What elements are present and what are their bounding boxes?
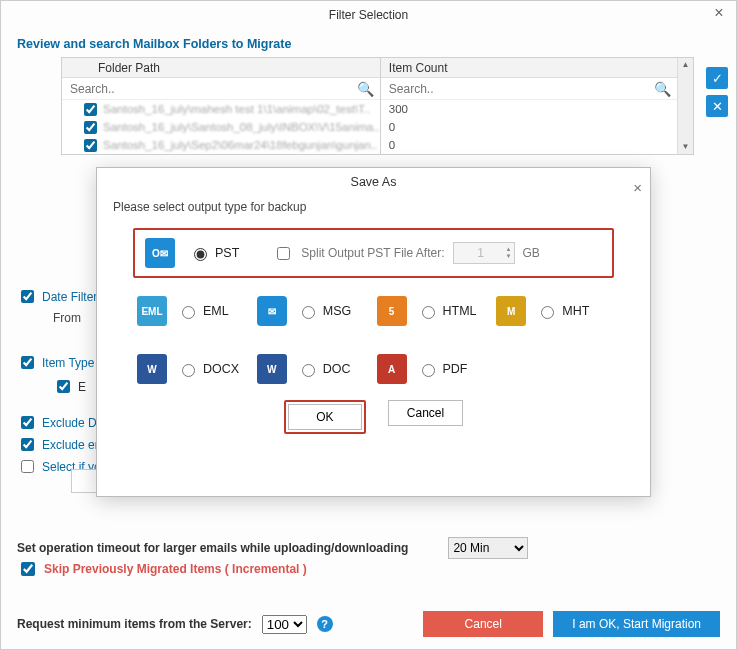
table-row[interactable]: Santosh_16_july\Sep2\06mar24\18febgunjan…: [62, 136, 380, 154]
dialog-close-icon[interactable]: ×: [633, 174, 642, 202]
msg-icon: ✉: [257, 296, 287, 326]
window-title: Filter Selection: [329, 8, 408, 22]
dialog-title: Save As: [351, 175, 397, 189]
help-icon[interactable]: ?: [317, 616, 333, 632]
format-mht-radio[interactable]: MHT: [536, 303, 589, 319]
format-html-radio[interactable]: HTML: [417, 303, 477, 319]
timeout-select[interactable]: 20 Min: [448, 537, 528, 559]
format-pdf-radio[interactable]: PDF: [417, 361, 468, 377]
gb-label: GB: [523, 246, 540, 260]
eml-icon: EML: [137, 296, 167, 326]
skip-migrated-checkbox[interactable]: Skip Previously Migrated Items ( Increme…: [17, 559, 307, 579]
select-all-icon[interactable]: ✓: [706, 67, 728, 89]
folder-table: Folder Path 🔍 Santosh_16_july\mahesh tes…: [61, 57, 694, 155]
row-checkbox[interactable]: [84, 121, 97, 134]
exclude-deleted-checkbox[interactable]: Exclude De: [17, 413, 103, 432]
search-folder-input[interactable]: [68, 81, 357, 97]
exclude-empty-checkbox[interactable]: Exclude em: [17, 435, 105, 454]
table-row[interactable]: Santosh_16_july\Santosh_08_july\INBOX\V\…: [62, 118, 380, 136]
table-row[interactable]: Santosh_16_july\mahesh test 1\1\animap\0…: [62, 100, 380, 118]
docx-icon: W: [137, 354, 167, 384]
date-filter-checkbox[interactable]: Date Filter: [17, 287, 97, 306]
ok-button[interactable]: OK: [288, 404, 362, 430]
from-label: From: [53, 311, 81, 325]
column-item-count[interactable]: Item Count: [381, 58, 677, 78]
ok-highlight: OK: [284, 400, 366, 434]
format-eml-radio[interactable]: EML: [177, 303, 229, 319]
dialog-subtitle: Please select output type for backup: [97, 196, 650, 224]
format-docx-radio[interactable]: DOCX: [177, 361, 239, 377]
save-as-dialog: Save As × Please select output type for …: [96, 167, 651, 497]
search-count-input[interactable]: [387, 81, 654, 97]
doc-icon: W: [257, 354, 287, 384]
scroll-down-icon[interactable]: ▼: [678, 140, 693, 154]
side-action-icons: ✓ ✕: [706, 67, 728, 117]
close-icon[interactable]: ×: [710, 5, 728, 23]
cancel-button[interactable]: Cancel: [423, 611, 543, 637]
search-icon[interactable]: 🔍: [654, 81, 671, 97]
scroll-up-icon[interactable]: ▲: [678, 58, 693, 72]
chevron-down-icon[interactable]: ▼: [506, 253, 512, 260]
pdf-icon: A: [377, 354, 407, 384]
min-items-select[interactable]: 100: [262, 615, 307, 634]
search-icon[interactable]: 🔍: [357, 81, 374, 97]
pst-row-highlight: O✉ PST Split Output PST File After: 1 ▲▼…: [133, 228, 614, 278]
start-migration-button[interactable]: I am OK, Start Migration: [553, 611, 720, 637]
chevron-up-icon[interactable]: ▲: [506, 246, 512, 253]
split-label: Split Output PST File After:: [301, 246, 444, 260]
mht-icon: M: [496, 296, 526, 326]
item-type-checkbox[interactable]: Item Type: [17, 353, 94, 372]
format-doc-radio[interactable]: DOC: [297, 361, 351, 377]
row-checkbox[interactable]: [84, 103, 97, 116]
split-checkbox[interactable]: [277, 247, 290, 260]
format-grid: EMLEML ✉MSG 5HTML MMHT WDOCX WDOC APDF: [97, 292, 650, 388]
deselect-all-icon[interactable]: ✕: [706, 95, 728, 117]
min-items-label: Request minimum items from the Server:: [17, 617, 252, 631]
sub-e-checkbox[interactable]: E: [53, 377, 86, 396]
outlook-icon: O✉: [145, 238, 175, 268]
section-title: Review and search Mailbox Folders to Mig…: [1, 29, 736, 57]
table-cell-count: 300: [381, 100, 677, 118]
window-titlebar: Filter Selection ×: [1, 1, 736, 29]
table-scrollbar[interactable]: ▲ ▼: [677, 58, 693, 154]
column-folder-path[interactable]: Folder Path: [62, 58, 380, 78]
split-size-stepper[interactable]: 1 ▲▼: [453, 242, 515, 264]
dialog-cancel-button[interactable]: Cancel: [388, 400, 463, 426]
filter-selection-window: Filter Selection × Review and search Mai…: [0, 0, 737, 650]
table-cell-count: 0: [381, 136, 677, 154]
table-cell-count: 0: [381, 118, 677, 136]
row-checkbox[interactable]: [84, 139, 97, 152]
format-pst-radio[interactable]: PST: [189, 245, 239, 261]
format-msg-radio[interactable]: MSG: [297, 303, 351, 319]
html-icon: 5: [377, 296, 407, 326]
